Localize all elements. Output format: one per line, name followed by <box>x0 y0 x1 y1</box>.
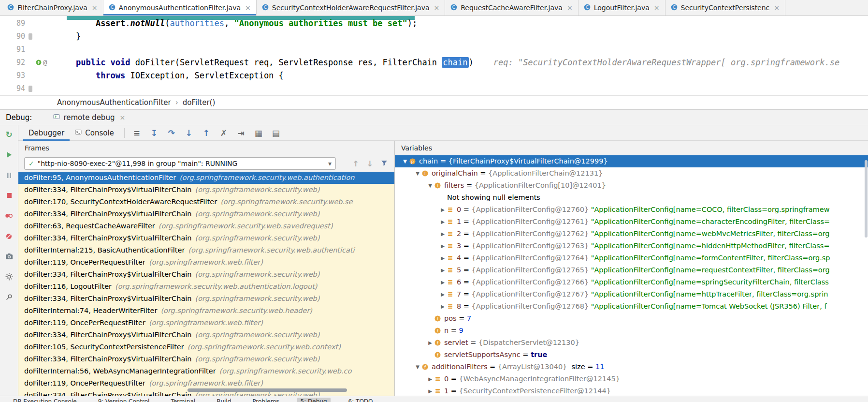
twisty-closed-icon[interactable]: ▶ <box>438 252 447 264</box>
toolwindow-button-build[interactable]: Build <box>213 398 234 402</box>
resume-icon[interactable] <box>3 149 15 160</box>
line-number[interactable]: 92 <box>0 56 25 69</box>
code-editor[interactable]: 89 Assert.notNull(authorities, "Anonymou… <box>0 16 868 95</box>
line-number[interactable]: 89 <box>0 17 25 30</box>
toolwindow-button-db-execution-console[interactable]: DB Execution Console <box>10 398 80 402</box>
close-icon[interactable]: × <box>119 114 125 121</box>
override-method-icon[interactable] <box>36 56 42 69</box>
debug-session-tab[interactable]: remote debug × <box>48 111 130 124</box>
stack-frame[interactable]: doFilter:170, SecurityContextHolderAware… <box>18 196 394 208</box>
variable-row[interactable]: ▼ffilters = {ApplicationFilterConfig[10]… <box>395 179 868 192</box>
editor-tab[interactable]: CRequestCacheAwareFilter.java× <box>445 0 578 15</box>
variable-row[interactable]: ▶0 = {ApplicationFilterConfig@12760} "Ap… <box>395 204 868 216</box>
close-icon[interactable]: × <box>567 4 573 12</box>
twisty-closed-icon[interactable]: ▶ <box>426 385 434 396</box>
editor-tab[interactable]: CFilterChainProxy.java× <box>2 0 103 15</box>
twisty-open-icon[interactable]: ▼ <box>413 167 422 179</box>
editor-tab[interactable]: CSecurityContextHolderAwareRequestFilter… <box>257 0 445 15</box>
twisty-open-icon[interactable]: ▼ <box>401 155 409 167</box>
debug-settings-icon[interactable] <box>3 271 15 282</box>
tab-console[interactable]: Console <box>70 125 119 141</box>
line-number[interactable]: 94 <box>0 82 25 95</box>
twisty-closed-icon[interactable]: ▶ <box>426 337 434 349</box>
editor-tab[interactable]: CLogoutFilter.java× <box>579 0 665 15</box>
editor-line[interactable]: 91 <box>0 43 868 56</box>
toolwindow-button-5-debug[interactable]: 5: Debug <box>297 398 331 402</box>
variable-row[interactable]: ▶2 = {ApplicationFilterConfig@12762} "Ap… <box>395 228 868 240</box>
twisty-closed-icon[interactable]: ▶ <box>438 216 447 228</box>
toolwindow-button-9-version-control[interactable]: 9: Version Control <box>95 398 153 402</box>
variable-row[interactable]: ▶7 = {ApplicationFilterConfig@12767} "Ap… <box>395 288 868 300</box>
toolwindow-button-6-todo[interactable]: 6: TODO <box>345 398 376 402</box>
close-icon[interactable]: × <box>245 4 251 12</box>
variable-row[interactable]: ▶1 = {SecurityContextPersistenceFilter@1… <box>395 385 868 396</box>
stack-frame[interactable]: doFilter:119, OncePerRequestFilter(org.s… <box>18 377 394 389</box>
editor-tab[interactable]: CSecurityContextPersistenc× <box>665 0 786 15</box>
stack-frame[interactable]: doFilter:334, FilterChainProxy$VirtualFi… <box>18 268 394 281</box>
close-icon[interactable]: × <box>654 4 660 12</box>
thread-dump-icon[interactable] <box>3 251 15 262</box>
pause-icon[interactable] <box>3 170 15 180</box>
stack-frame[interactable]: doFilter:116, LogoutFilter(org.springfra… <box>18 281 394 293</box>
twisty-closed-icon[interactable]: ▶ <box>438 240 447 252</box>
horizontal-scrollbar[interactable] <box>188 388 347 392</box>
twisty-open-icon[interactable]: ▼ <box>426 179 434 192</box>
stack-frame[interactable]: doFilterInternal:74, HeaderWriterFilter(… <box>18 305 394 317</box>
stack-frame[interactable]: doFilter:119, OncePerRequestFilter(org.s… <box>18 317 394 329</box>
close-icon[interactable]: × <box>92 4 98 12</box>
stack-frame[interactable]: doFilter:334, FilterChainProxy$VirtualFi… <box>18 329 394 341</box>
editor-line[interactable]: 92@ public void doFilter(ServletRequest … <box>0 56 868 69</box>
variable-row[interactable]: ▶fservlet = {DispatcherServlet@12130} <box>395 337 868 349</box>
twisty-closed-icon[interactable]: ▶ <box>438 228 447 240</box>
variable-row[interactable]: ▶0 = {WebAsyncManagerIntegrationFilter@1… <box>395 373 868 385</box>
run-to-cursor-icon[interactable]: ⇥ <box>234 127 248 139</box>
editor-tab[interactable]: CAnonymousAuthenticationFilter.java× <box>103 0 257 15</box>
line-number[interactable]: 90 <box>0 30 25 43</box>
breadcrumb-item[interactable]: AnonymousAuthenticationFilter <box>57 98 171 107</box>
step-into-icon[interactable]: ↓ <box>182 127 196 139</box>
variable-row[interactable]: ▼fadditionalFilters = {ArrayList@13040} … <box>395 361 868 373</box>
stack-frame[interactable]: doFilter:119, OncePerRequestFilter(org.s… <box>18 256 394 268</box>
variable-row[interactable]: ▼foriginalChain = {ApplicationFilterChai… <box>395 167 868 179</box>
toolwindow-button-problems[interactable]: Problems <box>249 398 282 402</box>
mute-breakpoints-icon[interactable] <box>3 231 15 241</box>
vertical-scrollbar[interactable] <box>865 160 868 238</box>
stack-frame[interactable]: doFilter:95, AnonymousAuthenticationFilt… <box>18 172 394 184</box>
stack-frame[interactable]: doFilter:334, FilterChainProxy$VirtualFi… <box>18 232 394 244</box>
next-frame-icon[interactable]: ↓ <box>367 159 373 168</box>
twisty-closed-icon[interactable]: ▶ <box>438 288 447 300</box>
variable-row[interactable]: fpos = 7 <box>395 313 868 325</box>
twisty-closed-icon[interactable]: ▶ <box>438 204 447 216</box>
twisty-closed-icon[interactable]: ▶ <box>438 264 447 276</box>
variable-row[interactable]: ▼pchain = {FilterChainProxy$VirtualFilte… <box>395 155 868 167</box>
variable-row[interactable]: ▶8 = {ApplicationFilterConfig@12768} "Ap… <box>395 300 868 313</box>
variable-row[interactable]: ▶5 = {ApplicationFilterConfig@12765} "Ap… <box>395 264 868 276</box>
tab-debugger[interactable]: Debugger <box>23 125 70 141</box>
editor-line[interactable]: 90 } <box>0 30 868 43</box>
previous-frame-icon[interactable]: ↑ <box>352 159 359 168</box>
twisty-open-icon[interactable]: ▼ <box>413 361 422 373</box>
pin-icon[interactable] <box>3 292 15 302</box>
evaluate-expression-icon[interactable]: ▦ <box>251 127 266 139</box>
variable-row[interactable]: ▶4 = {ApplicationFilterConfig@12764} "Ap… <box>395 252 868 264</box>
twisty-closed-icon[interactable]: ▶ <box>438 300 447 313</box>
editor-line[interactable]: 94 <box>0 82 868 95</box>
editor-line[interactable]: 89 Assert.notNull(authorities, "Anonymou… <box>0 17 868 30</box>
stack-frame[interactable]: doFilter:334, FilterChainProxy$VirtualFi… <box>18 353 394 365</box>
tab-variables[interactable]: Variables <box>401 144 432 152</box>
show-execution-point-icon[interactable]: ↧ <box>147 127 161 139</box>
variable-row[interactable]: Not showing null elements <box>395 192 868 204</box>
stack-frame[interactable]: doFilter:105, SecurityContextPersistence… <box>18 341 394 353</box>
line-number[interactable]: 93 <box>0 69 25 82</box>
line-number[interactable]: 91 <box>0 43 25 56</box>
rerun-icon[interactable]: ↻ <box>3 129 15 140</box>
tab-frames[interactable]: Frames <box>25 144 49 152</box>
variable-row[interactable]: ▶1 = {ApplicationFilterConfig@12761} "Ap… <box>395 216 868 228</box>
editor-line[interactable]: 93 throws IOException, ServletException … <box>0 69 868 82</box>
stack-frame[interactable]: doFilter:334, FilterChainProxy$VirtualFi… <box>18 208 394 220</box>
drop-frame-icon[interactable]: ✗ <box>217 127 231 139</box>
close-icon[interactable]: × <box>434 4 440 12</box>
view-breakpoints-icon[interactable] <box>3 210 15 221</box>
breadcrumb-item[interactable]: doFilter() <box>183 98 216 107</box>
close-icon[interactable]: × <box>774 4 780 12</box>
